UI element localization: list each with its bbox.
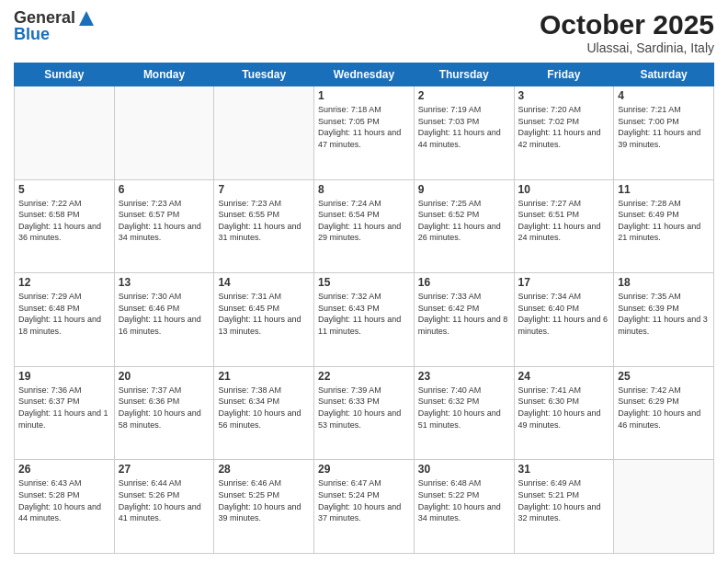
day-number: 25 [618, 370, 710, 383]
calendar-week-row: 19Sunrise: 7:36 AM Sunset: 6:37 PM Dayli… [15, 366, 714, 460]
day-number: 30 [418, 463, 510, 476]
day-info: Sunrise: 7:30 AM Sunset: 6:46 PM Dayligh… [119, 291, 210, 337]
day-info: Sunrise: 7:19 AM Sunset: 7:03 PM Dayligh… [418, 104, 510, 150]
calendar-cell: 20Sunrise: 7:37 AM Sunset: 6:36 PM Dayli… [114, 366, 214, 460]
calendar-cell: 11Sunrise: 7:28 AM Sunset: 6:49 PM Dayli… [614, 179, 714, 273]
day-info: Sunrise: 6:49 AM Sunset: 5:21 PM Dayligh… [518, 477, 610, 523]
day-info: Sunrise: 7:38 AM Sunset: 6:34 PM Dayligh… [218, 385, 310, 431]
day-number: 19 [18, 370, 110, 383]
day-number: 11 [618, 183, 710, 196]
calendar-header-sunday: Sunday [15, 63, 115, 86]
calendar-cell: 30Sunrise: 6:48 AM Sunset: 5:22 PM Dayli… [414, 460, 514, 554]
calendar-header-row: SundayMondayTuesdayWednesdayThursdayFrid… [15, 63, 714, 86]
day-number: 18 [618, 276, 710, 289]
day-info: Sunrise: 7:18 AM Sunset: 7:05 PM Dayligh… [318, 104, 410, 150]
day-info: Sunrise: 6:47 AM Sunset: 5:24 PM Dayligh… [318, 477, 410, 523]
calendar-cell: 31Sunrise: 6:49 AM Sunset: 5:21 PM Dayli… [514, 460, 614, 554]
day-info: Sunrise: 7:22 AM Sunset: 6:58 PM Dayligh… [18, 198, 110, 244]
calendar-cell: 10Sunrise: 7:27 AM Sunset: 6:51 PM Dayli… [514, 179, 614, 273]
day-number: 20 [119, 370, 210, 383]
calendar-cell: 1Sunrise: 7:18 AM Sunset: 7:05 PM Daylig… [314, 86, 415, 180]
day-number: 27 [119, 463, 210, 476]
logo-triangle-icon [77, 9, 96, 28]
calendar-cell: 14Sunrise: 7:31 AM Sunset: 6:45 PM Dayli… [214, 273, 314, 367]
day-info: Sunrise: 6:46 AM Sunset: 5:25 PM Dayligh… [218, 477, 310, 523]
day-info: Sunrise: 7:23 AM Sunset: 6:55 PM Dayligh… [218, 198, 310, 244]
day-info: Sunrise: 7:42 AM Sunset: 6:29 PM Dayligh… [618, 385, 710, 431]
day-number: 13 [119, 276, 210, 289]
calendar-week-row: 12Sunrise: 7:29 AM Sunset: 6:48 PM Dayli… [15, 273, 714, 367]
day-info: Sunrise: 7:34 AM Sunset: 6:40 PM Dayligh… [518, 291, 610, 337]
day-number: 29 [318, 463, 410, 476]
calendar-cell: 6Sunrise: 7:23 AM Sunset: 6:57 PM Daylig… [114, 179, 214, 273]
day-number: 22 [318, 370, 410, 383]
calendar-cell: 22Sunrise: 7:39 AM Sunset: 6:33 PM Dayli… [314, 366, 415, 460]
calendar-table: SundayMondayTuesdayWednesdayThursdayFrid… [14, 63, 714, 554]
calendar-week-row: 26Sunrise: 6:43 AM Sunset: 5:28 PM Dayli… [15, 460, 714, 554]
day-info: Sunrise: 7:23 AM Sunset: 6:57 PM Dayligh… [119, 198, 210, 244]
calendar-cell: 4Sunrise: 7:21 AM Sunset: 7:00 PM Daylig… [614, 86, 714, 180]
day-info: Sunrise: 7:29 AM Sunset: 6:48 PM Dayligh… [18, 291, 110, 337]
logo: General Blue [14, 9, 96, 44]
day-info: Sunrise: 7:40 AM Sunset: 6:32 PM Dayligh… [418, 385, 510, 431]
calendar-cell: 2Sunrise: 7:19 AM Sunset: 7:03 PM Daylig… [414, 86, 514, 180]
calendar-cell: 27Sunrise: 6:44 AM Sunset: 5:26 PM Dayli… [114, 460, 214, 554]
calendar-cell: 26Sunrise: 6:43 AM Sunset: 5:28 PM Dayli… [15, 460, 115, 554]
calendar-week-row: 1Sunrise: 7:18 AM Sunset: 7:05 PM Daylig… [15, 86, 714, 180]
calendar-header-thursday: Thursday [414, 63, 514, 86]
day-info: Sunrise: 7:33 AM Sunset: 6:42 PM Dayligh… [418, 291, 510, 337]
calendar-cell [114, 86, 214, 180]
calendar-cell: 9Sunrise: 7:25 AM Sunset: 6:52 PM Daylig… [414, 179, 514, 273]
calendar-header-wednesday: Wednesday [314, 63, 415, 86]
calendar-cell [214, 86, 314, 180]
calendar-cell: 13Sunrise: 7:30 AM Sunset: 6:46 PM Dayli… [114, 273, 214, 367]
day-number: 14 [218, 276, 310, 289]
day-number: 5 [18, 183, 110, 196]
day-info: Sunrise: 7:35 AM Sunset: 6:39 PM Dayligh… [618, 291, 710, 337]
calendar-header-friday: Friday [514, 63, 614, 86]
day-number: 24 [518, 370, 610, 383]
svg-marker-0 [79, 11, 94, 26]
day-info: Sunrise: 7:36 AM Sunset: 6:37 PM Dayligh… [18, 385, 110, 431]
day-info: Sunrise: 7:20 AM Sunset: 7:02 PM Dayligh… [518, 104, 610, 150]
calendar-cell: 17Sunrise: 7:34 AM Sunset: 6:40 PM Dayli… [514, 273, 614, 367]
day-number: 3 [518, 89, 610, 102]
calendar-header-tuesday: Tuesday [214, 63, 314, 86]
calendar-cell: 5Sunrise: 7:22 AM Sunset: 6:58 PM Daylig… [15, 179, 115, 273]
day-info: Sunrise: 6:44 AM Sunset: 5:26 PM Dayligh… [119, 477, 210, 523]
calendar-cell: 12Sunrise: 7:29 AM Sunset: 6:48 PM Dayli… [15, 273, 115, 367]
calendar-cell: 8Sunrise: 7:24 AM Sunset: 6:54 PM Daylig… [314, 179, 415, 273]
day-info: Sunrise: 7:32 AM Sunset: 6:43 PM Dayligh… [318, 291, 410, 337]
calendar-cell: 28Sunrise: 6:46 AM Sunset: 5:25 PM Dayli… [214, 460, 314, 554]
day-number: 17 [518, 276, 610, 289]
header: General Blue October 2025 Ulassai, Sardi… [14, 9, 714, 55]
day-number: 28 [218, 463, 310, 476]
calendar-header-saturday: Saturday [614, 63, 714, 86]
calendar-cell: 18Sunrise: 7:35 AM Sunset: 6:39 PM Dayli… [614, 273, 714, 367]
calendar-cell [614, 460, 714, 554]
page: General Blue October 2025 Ulassai, Sardi… [0, 0, 728, 563]
day-number: 7 [218, 183, 310, 196]
day-info: Sunrise: 7:25 AM Sunset: 6:52 PM Dayligh… [418, 198, 510, 244]
calendar-header-monday: Monday [114, 63, 214, 86]
day-info: Sunrise: 6:43 AM Sunset: 5:28 PM Dayligh… [18, 477, 110, 523]
page-title: October 2025 [540, 9, 714, 40]
day-number: 23 [418, 370, 510, 383]
day-number: 26 [18, 463, 110, 476]
day-number: 4 [618, 89, 710, 102]
day-number: 8 [318, 183, 410, 196]
day-number: 31 [518, 463, 610, 476]
day-number: 1 [318, 89, 410, 102]
calendar-cell: 21Sunrise: 7:38 AM Sunset: 6:34 PM Dayli… [214, 366, 314, 460]
day-number: 9 [418, 183, 510, 196]
day-info: Sunrise: 7:27 AM Sunset: 6:51 PM Dayligh… [518, 198, 610, 244]
day-info: Sunrise: 7:24 AM Sunset: 6:54 PM Dayligh… [318, 198, 410, 244]
day-number: 12 [18, 276, 110, 289]
calendar-cell: 7Sunrise: 7:23 AM Sunset: 6:55 PM Daylig… [214, 179, 314, 273]
day-number: 21 [218, 370, 310, 383]
day-number: 10 [518, 183, 610, 196]
day-info: Sunrise: 7:31 AM Sunset: 6:45 PM Dayligh… [218, 291, 310, 337]
day-info: Sunrise: 6:48 AM Sunset: 5:22 PM Dayligh… [418, 477, 510, 523]
day-number: 2 [418, 89, 510, 102]
title-block: October 2025 Ulassai, Sardinia, Italy [540, 9, 714, 55]
